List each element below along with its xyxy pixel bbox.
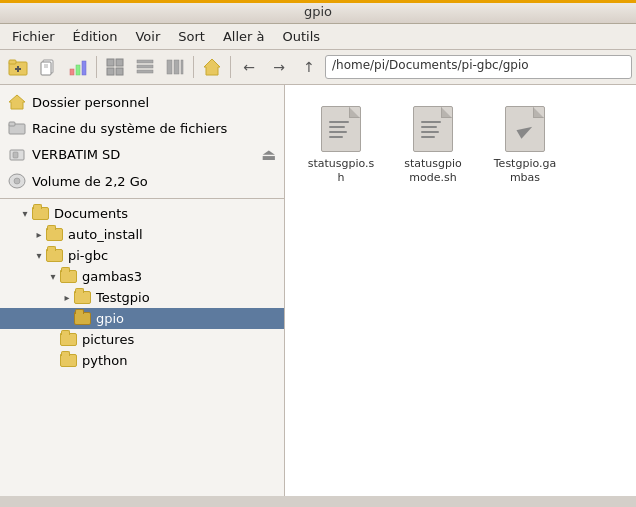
- left-panel: Dossier personnel Racine du système de f…: [0, 85, 285, 496]
- home-toolbar-icon: [202, 57, 222, 77]
- svg-marker-22: [9, 95, 25, 109]
- up-button[interactable]: ↑: [295, 53, 323, 81]
- menu-outils[interactable]: Outils: [275, 26, 329, 47]
- titlebar: gpio: [0, 0, 636, 24]
- copy-icon: [38, 57, 58, 77]
- gambas-file-icon: ►: [505, 106, 545, 152]
- back-button[interactable]: ←: [235, 53, 263, 81]
- menu-edition[interactable]: Édition: [65, 26, 126, 47]
- svg-rect-11: [107, 59, 114, 66]
- view-compact-icon: [165, 57, 185, 77]
- svg-rect-10: [82, 61, 86, 75]
- tree-label-testgpio: Testgpio: [96, 290, 150, 305]
- file-statusgpio-mode-sh[interactable]: statusgpiomode.sh: [393, 101, 473, 190]
- tree-folder-gambas3: [60, 270, 78, 284]
- tree-item-testgpio[interactable]: Testgpio: [0, 287, 284, 308]
- svg-rect-26: [13, 152, 18, 158]
- place-volume[interactable]: Volume de 2,2 Go: [0, 168, 284, 194]
- eject-icon[interactable]: ⏏: [261, 145, 276, 164]
- back-icon: ←: [243, 59, 255, 75]
- menu-aller[interactable]: Aller à: [215, 26, 273, 47]
- tree-item-gambas3[interactable]: gambas3: [0, 266, 284, 287]
- svg-rect-16: [137, 65, 153, 68]
- forward-button[interactable]: →: [265, 53, 293, 81]
- chart-button[interactable]: [64, 53, 92, 81]
- home-place-icon: [8, 93, 26, 111]
- tree-folder-testgpio: [74, 291, 92, 305]
- menubar: Fichier Édition Voir Sort Aller à Outils: [0, 24, 636, 50]
- svg-rect-12: [116, 59, 123, 66]
- address-bar[interactable]: /home/pi/Documents/pi-gbc/gpio: [325, 55, 632, 79]
- file-icon-statusgpio-mode-sh: [409, 105, 457, 153]
- svg-rect-8: [70, 69, 74, 75]
- view-list-button[interactable]: [131, 53, 159, 81]
- script-file-icon-2: [413, 106, 453, 152]
- tree-item-python[interactable]: python: [0, 350, 284, 371]
- forward-icon: →: [273, 59, 285, 75]
- place-home-label: Dossier personnel: [32, 95, 149, 110]
- tree-folder-pictures: [60, 333, 78, 347]
- file-label-testgpio-gambas: Testgpio.gambas: [494, 157, 556, 186]
- tree-item-documents[interactable]: Documents: [0, 203, 284, 224]
- svg-point-28: [14, 178, 20, 184]
- file-testgpio-gambas[interactable]: ► Testgpio.gambas: [485, 101, 565, 190]
- place-home[interactable]: Dossier personnel: [0, 89, 284, 115]
- right-panel: statusgpio.sh statusgpiomode.sh: [285, 85, 636, 496]
- svg-rect-24: [9, 122, 15, 126]
- new-folder-button[interactable]: [4, 53, 32, 81]
- place-verbatim[interactable]: VERBATIM SD ⏏: [0, 141, 284, 168]
- view-large-icon: [105, 57, 125, 77]
- place-volume-label: Volume de 2,2 Go: [32, 174, 148, 189]
- svg-rect-5: [41, 62, 51, 75]
- tree-item-pi-gbc[interactable]: pi-gbc: [0, 245, 284, 266]
- tree-item-gpio[interactable]: gpio: [0, 308, 284, 329]
- view-large-button[interactable]: [101, 53, 129, 81]
- tree-folder-pi-gbc: [46, 249, 64, 263]
- tree-item-pictures[interactable]: pictures: [0, 329, 284, 350]
- volume-place-icon: [8, 172, 26, 190]
- file-icon-testgpio-gambas: ►: [501, 105, 549, 153]
- view-compact-button[interactable]: [161, 53, 189, 81]
- toolbar-separator-1: [96, 56, 97, 78]
- window-title: gpio: [304, 4, 332, 19]
- tree-folder-documents: [32, 207, 50, 221]
- menu-voir[interactable]: Voir: [127, 26, 168, 47]
- tree-label-documents: Documents: [54, 206, 128, 221]
- file-icon-statusgpio-sh: [317, 105, 365, 153]
- tree-arrow-gambas3: [46, 270, 60, 284]
- place-verbatim-label: VERBATIM SD: [32, 147, 120, 162]
- svg-rect-19: [174, 60, 179, 74]
- svg-rect-18: [167, 60, 172, 74]
- files-area: statusgpio.sh statusgpiomode.sh: [285, 85, 636, 496]
- svg-rect-15: [137, 60, 153, 63]
- place-root[interactable]: Racine du système de fichiers: [0, 115, 284, 141]
- up-icon: ↑: [303, 59, 315, 75]
- svg-rect-13: [107, 68, 114, 75]
- tree-folder-auto-install: [46, 228, 64, 242]
- menu-fichier[interactable]: Fichier: [4, 26, 63, 47]
- tree-arrow-pi-gbc: [32, 249, 46, 263]
- tree-label-gambas3: gambas3: [82, 269, 142, 284]
- root-place-icon: [8, 119, 26, 137]
- tree-label-pi-gbc: pi-gbc: [68, 248, 108, 263]
- arrow-shape: ►: [512, 115, 537, 143]
- svg-rect-9: [76, 65, 80, 75]
- svg-rect-20: [181, 60, 183, 74]
- tree-item-auto-install[interactable]: auto_install: [0, 224, 284, 245]
- file-statusgpio-sh[interactable]: statusgpio.sh: [301, 101, 381, 190]
- toolbar-separator-3: [230, 56, 231, 78]
- new-folder-icon: [8, 57, 28, 77]
- main-area: Dossier personnel Racine du système de f…: [0, 85, 636, 496]
- tree-folder-python: [60, 354, 78, 368]
- menu-sort[interactable]: Sort: [170, 26, 213, 47]
- verbatim-place-icon: [8, 146, 26, 164]
- file-label-statusgpio-mode-sh: statusgpiomode.sh: [404, 157, 462, 186]
- home-button[interactable]: [198, 53, 226, 81]
- script-file-icon: [321, 106, 361, 152]
- tree-label-pictures: pictures: [82, 332, 134, 347]
- tree-folder-gpio: [74, 312, 92, 326]
- toolbar-separator-2: [193, 56, 194, 78]
- svg-rect-14: [116, 68, 123, 75]
- copy-button[interactable]: [34, 53, 62, 81]
- chart-icon: [68, 57, 88, 77]
